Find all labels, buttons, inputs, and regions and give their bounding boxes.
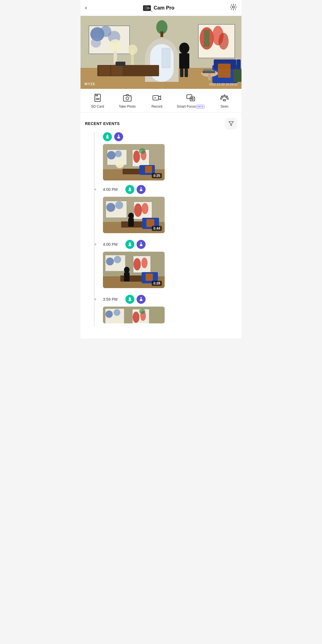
svg-point-23 [109, 39, 121, 52]
svg-rect-42 [203, 69, 212, 71]
motion-badge-1 [125, 185, 134, 194]
svg-point-70 [133, 150, 140, 163]
person-badge-1 [137, 185, 146, 194]
svg-point-6 [232, 6, 234, 8]
svg-point-53 [155, 97, 156, 98]
event-item-1: 4:00 PM [97, 185, 242, 233]
filter-button[interactable] [225, 118, 237, 129]
svg-point-108 [141, 297, 142, 299]
duration-badge-2: 0:29 [152, 281, 162, 286]
svg-point-25 [127, 45, 137, 55]
svg-rect-32 [179, 53, 189, 69]
svg-marker-61 [229, 122, 234, 126]
motion-badge-3 [125, 295, 134, 304]
event-item-2: 4:00 PM [97, 240, 242, 288]
sd-card-label: SD Card [91, 105, 104, 108]
person-badge-0 [114, 132, 123, 141]
svg-point-88 [128, 213, 134, 219]
duration-badge-0: 0:25 [152, 173, 162, 178]
svg-point-82 [106, 203, 115, 212]
cam-pro-icon: + [142, 3, 151, 12]
take-photo-action[interactable]: Take Photo [118, 93, 137, 108]
event-time-row-3: 3:59 PM [97, 295, 242, 304]
beta-badge: BETA [196, 105, 204, 108]
svg-rect-45 [160, 31, 163, 37]
svg-point-78 [141, 187, 142, 189]
svg-point-20 [219, 33, 229, 50]
svg-rect-104 [124, 272, 130, 281]
wyze-label: WYZE [84, 82, 95, 86]
svg-rect-33 [180, 69, 183, 77]
event-time-row-2: 4:00 PM [97, 240, 242, 249]
events-list: 0:25 4:00 PM [81, 132, 242, 339]
timeline-dot-3 [93, 298, 97, 301]
svg-rect-5 [146, 6, 147, 6]
recent-events-section: RECENT EVENTS [81, 113, 242, 132]
svg-rect-106 [146, 274, 153, 281]
event-thumbnail-1[interactable]: 0:44 [103, 197, 165, 233]
event-thumbnail-2[interactable]: 0:29 [103, 252, 165, 288]
svg-rect-41 [203, 71, 215, 73]
app-title: Cam Pro [154, 5, 174, 11]
svg-rect-4 [150, 7, 151, 9]
event-time-1: 4:00 PM [103, 187, 123, 192]
svg-point-98 [114, 256, 121, 263]
svg-rect-43 [233, 69, 242, 82]
siren-label: Siren [220, 105, 228, 108]
smart-focus-action[interactable]: Smart FocusBETA [177, 93, 204, 108]
take-photo-label: Take Photo [119, 105, 136, 108]
action-bar: SD Card Take Photo Record [81, 89, 242, 113]
svg-point-86 [142, 203, 148, 214]
svg-rect-38 [218, 64, 231, 78]
person-badge-2 [137, 240, 146, 249]
event-thumbnail-0[interactable]: 0:25 [103, 144, 165, 180]
svg-point-31 [179, 43, 189, 54]
svg-rect-29 [116, 62, 125, 66]
plus-badge: + [151, 10, 153, 13]
settings-button[interactable] [230, 3, 237, 12]
svg-point-74 [116, 160, 124, 168]
event-time-3: 3:59 PM [103, 297, 123, 302]
event-thumbnail-3[interactable] [103, 307, 165, 323]
smart-focus-label: Smart FocusBETA [177, 105, 204, 108]
svg-rect-21 [204, 30, 210, 47]
svg-point-15 [91, 38, 101, 48]
svg-point-97 [106, 258, 114, 265]
recent-events-title: RECENT EVENTS [85, 121, 120, 126]
svg-point-111 [105, 311, 113, 318]
svg-point-107 [130, 297, 130, 298]
svg-rect-30 [162, 48, 170, 68]
svg-point-56 [192, 98, 193, 100]
siren-action[interactable]: Siren [215, 93, 234, 108]
event-badges-2 [125, 240, 146, 249]
camera-timestamp: 2022-12-20 16:29:02 [209, 83, 238, 86]
svg-point-116 [139, 309, 145, 314]
svg-rect-27 [99, 66, 110, 76]
svg-rect-28 [111, 66, 123, 76]
smart-focus-icon [186, 93, 196, 103]
event-item-3: 3:59 PM [97, 295, 242, 326]
svg-point-51 [129, 96, 130, 97]
event-badges-3 [125, 295, 146, 304]
back-button[interactable]: ‹ [85, 4, 87, 11]
record-action[interactable]: Record [147, 93, 167, 108]
svg-rect-34 [185, 69, 188, 77]
svg-point-85 [134, 203, 142, 217]
svg-point-67 [107, 151, 116, 159]
record-label: Record [151, 105, 162, 108]
sd-card-action[interactable]: SD Card [88, 93, 107, 108]
svg-rect-57 [223, 99, 226, 101]
svg-point-112 [114, 309, 120, 316]
svg-point-103 [124, 267, 130, 273]
camera-feed: WYZE 2022-12-20 16:29:02 [81, 16, 242, 89]
svg-point-50 [126, 97, 129, 100]
siren-icon [219, 93, 229, 103]
timeline: 0:25 4:00 PM [81, 132, 242, 326]
svg-rect-40 [208, 73, 211, 80]
event-badges-0 [103, 132, 123, 141]
svg-point-93 [141, 242, 142, 244]
event-item-0: 0:25 [97, 132, 242, 180]
record-icon [152, 93, 162, 103]
camera-icon [122, 93, 132, 103]
timeline-line [94, 132, 95, 326]
